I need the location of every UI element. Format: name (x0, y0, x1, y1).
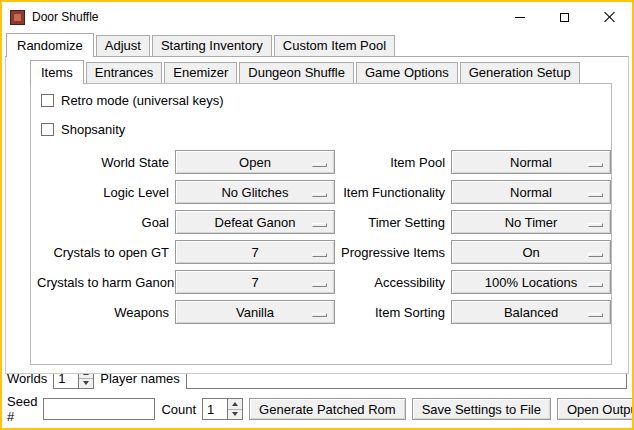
window: Door Shuffle Randomize Adjust Starting I… (0, 0, 634, 430)
tab-enemizer[interactable]: Enemizer (164, 62, 237, 83)
logic-level-label: Logic Level (37, 185, 169, 200)
minimize-icon (515, 17, 525, 18)
maximize-icon (560, 13, 569, 22)
window-title: Door Shuffle (32, 10, 99, 24)
weapons-dropdown[interactable]: Vanilla (175, 300, 335, 324)
settings-form: World State Open Item Pool Normal Logic … (31, 142, 611, 324)
dropdown-indicator-icon (588, 193, 603, 197)
generate-patched-rom-button[interactable]: Generate Patched Rom (249, 398, 406, 420)
dropdown-indicator-icon (588, 313, 603, 317)
item-sorting-value: Balanced (504, 305, 558, 320)
seed-row: Seed # Count 1 Generate Patched Rom Save… (7, 394, 627, 424)
world-state-value: Open (239, 155, 271, 170)
item-pool-label: Item Pool (341, 155, 445, 170)
timer-setting-dropdown[interactable]: No Timer (451, 210, 611, 234)
crystals-ganon-label: Crystals to harm Ganon (37, 275, 169, 290)
weapons-label: Weapons (37, 305, 169, 320)
item-functionality-dropdown[interactable]: Normal (451, 180, 611, 204)
retro-mode-checkbox[interactable] (41, 94, 54, 107)
tab-items[interactable]: Items (30, 60, 84, 84)
count-spinner-down[interactable] (228, 409, 242, 420)
item-pool-dropdown[interactable]: Normal (451, 150, 611, 174)
titlebar: Door Shuffle (2, 2, 632, 32)
maximize-button[interactable] (542, 2, 587, 32)
item-pool-value: Normal (510, 155, 552, 170)
progressive-items-value: On (522, 245, 539, 260)
timer-setting-value: No Timer (505, 215, 558, 230)
progressive-items-label: Progressive Items (341, 245, 445, 260)
dropdown-indicator-icon (588, 283, 603, 287)
tab-randomize[interactable]: Randomize (6, 33, 94, 57)
tab-starting-inventory[interactable]: Starting Inventory (152, 35, 272, 56)
dropdown-indicator-icon (312, 283, 327, 287)
world-state-label: World State (37, 155, 169, 170)
item-functionality-value: Normal (510, 185, 552, 200)
seed-label: Seed # (7, 394, 37, 424)
shopsanity-label: Shopsanity (61, 122, 125, 137)
outer-tabstrip: Randomize Adjust Starting Inventory Cust… (2, 33, 632, 56)
count-spinner-value: 1 (203, 399, 227, 419)
crystals-gt-value: 7 (251, 245, 258, 260)
retro-mode-label: Retro mode (universal keys) (61, 93, 224, 108)
accessibility-label: Accessibility (341, 275, 445, 290)
dropdown-indicator-icon (312, 223, 327, 227)
dropdown-indicator-icon (588, 163, 603, 167)
count-spinner-arrows (227, 399, 242, 419)
tab-custom-item-pool[interactable]: Custom Item Pool (274, 35, 395, 56)
crystals-gt-dropdown[interactable]: 7 (175, 240, 335, 264)
worlds-spinner-down[interactable] (79, 378, 93, 389)
logic-level-value: No Glitches (221, 185, 288, 200)
minimize-button[interactable] (497, 2, 542, 32)
dropdown-indicator-icon (312, 193, 327, 197)
dropdown-indicator-icon (312, 163, 327, 167)
spinner-down-icon (232, 412, 238, 416)
crystals-ganon-value: 7 (251, 275, 258, 290)
timer-setting-label: Timer Setting (341, 215, 445, 230)
spinner-down-icon (83, 381, 89, 385)
goal-value: Defeat Ganon (215, 215, 296, 230)
inner-tabstrip: Items Entrances Enemizer Dungeon Shuffle… (6, 61, 628, 83)
retro-mode-row: Retro mode (universal keys) (31, 88, 611, 113)
count-spinner[interactable]: 1 (202, 398, 243, 420)
item-sorting-dropdown[interactable]: Balanced (451, 300, 611, 324)
dropdown-indicator-icon (588, 223, 603, 227)
accessibility-dropdown[interactable]: 100% Locations (451, 270, 611, 294)
items-pane: Retro mode (universal keys) Shopsanity W… (30, 83, 612, 365)
app-icon (10, 10, 25, 25)
crystals-gt-label: Crystals to open GT (37, 245, 169, 260)
dropdown-indicator-icon (312, 313, 327, 317)
goal-label: Goal (37, 215, 169, 230)
close-icon (604, 11, 616, 23)
progressive-items-dropdown[interactable]: On (451, 240, 611, 264)
tab-entrances[interactable]: Entrances (86, 62, 163, 83)
world-state-dropdown[interactable]: Open (175, 150, 335, 174)
weapons-value: Vanilla (236, 305, 274, 320)
shopsanity-checkbox[interactable] (41, 123, 54, 136)
window-controls (497, 2, 632, 32)
tab-generation-setup[interactable]: Generation Setup (460, 62, 580, 83)
count-label: Count (161, 402, 196, 417)
crystals-ganon-dropdown[interactable]: 7 (175, 270, 335, 294)
dropdown-indicator-icon (312, 253, 327, 257)
tab-game-options[interactable]: Game Options (356, 62, 458, 83)
dropdown-indicator-icon (588, 253, 603, 257)
logic-level-dropdown[interactable]: No Glitches (175, 180, 335, 204)
spinner-up-icon (232, 402, 238, 406)
seed-input[interactable] (43, 398, 155, 420)
randomize-pane: Items Entrances Enemizer Dungeon Shuffle… (5, 56, 629, 374)
tab-dungeon-shuffle[interactable]: Dungeon Shuffle (239, 62, 354, 83)
bottom-frame: Worlds 1 Player names Seed # Count 1 (7, 367, 627, 424)
close-button[interactable] (587, 2, 632, 32)
save-settings-button[interactable]: Save Settings to File (412, 398, 551, 420)
goal-dropdown[interactable]: Defeat Ganon (175, 210, 335, 234)
accessibility-value: 100% Locations (485, 275, 578, 290)
open-output-directory-button[interactable]: Open Output Directory (557, 398, 634, 420)
shopsanity-row: Shopsanity (31, 117, 611, 142)
item-sorting-label: Item Sorting (341, 305, 445, 320)
count-spinner-up[interactable] (228, 399, 242, 409)
tab-adjust[interactable]: Adjust (96, 35, 150, 56)
item-functionality-label: Item Functionality (341, 185, 445, 200)
